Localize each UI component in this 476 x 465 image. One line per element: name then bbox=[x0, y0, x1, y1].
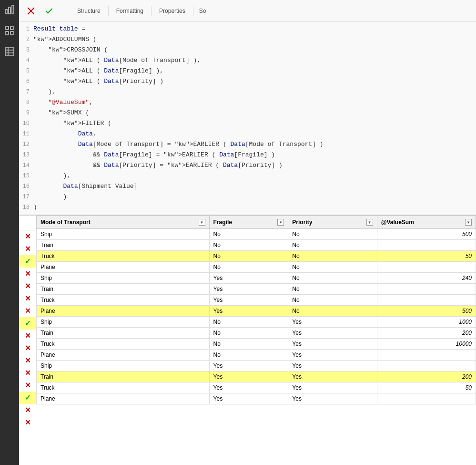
svg-rect-5 bbox=[5, 31, 9, 35]
code-line: 17 ) bbox=[19, 192, 476, 202]
row-status-icon: ✕ bbox=[19, 268, 36, 280]
cell-priority: No bbox=[288, 251, 377, 262]
line-number: 17 bbox=[19, 192, 33, 202]
chart-icon[interactable] bbox=[4, 4, 15, 15]
cell-fragile: Yes bbox=[209, 295, 288, 306]
cell-valuesum bbox=[377, 284, 476, 295]
line-content: "kw">ALL ( Data[Priority] ) bbox=[33, 76, 476, 87]
line-content: ) bbox=[33, 192, 476, 202]
cell-fragile: Yes bbox=[209, 306, 288, 317]
line-number: 1 bbox=[19, 24, 33, 34]
code-line: 16 Data[Shipment Value] bbox=[19, 181, 476, 192]
svg-rect-6 bbox=[10, 31, 14, 35]
cell-priority: No bbox=[288, 240, 377, 251]
cell-fragile: No bbox=[209, 328, 288, 339]
cell-transport: Ship bbox=[37, 229, 210, 240]
row-status-icon: ✕ bbox=[19, 243, 36, 255]
cancel-button[interactable] bbox=[24, 4, 38, 18]
code-editor: 1Result table = 2"kw">ADDCOLUMNS (3 "kw"… bbox=[19, 22, 476, 216]
result-table: Mode of Transport▼Fragile▼Priority▼@Valu… bbox=[36, 216, 476, 404]
x-icon: ✕ bbox=[25, 294, 31, 303]
column-header-priority: Priority▼ bbox=[288, 216, 377, 229]
cell-transport: Train bbox=[37, 240, 210, 251]
cell-transport: Ship bbox=[37, 317, 210, 328]
line-number: 18 bbox=[19, 202, 33, 213]
grid-icon[interactable] bbox=[4, 25, 15, 36]
code-line: 6 "kw">ALL ( Data[Priority] ) bbox=[19, 76, 476, 87]
x-icon: ✕ bbox=[25, 406, 31, 414]
cell-valuesum bbox=[377, 240, 476, 251]
cell-transport: Plane bbox=[37, 393, 210, 404]
tab-formatting[interactable]: Formatting bbox=[109, 6, 152, 16]
tab-structure[interactable]: Structure bbox=[70, 6, 109, 16]
x-icon: ✕ bbox=[25, 356, 31, 365]
code-line: 9 "kw">SUMX ( bbox=[19, 108, 476, 118]
line-number: 9 bbox=[19, 108, 33, 118]
filter-button-priority[interactable]: ▼ bbox=[366, 219, 373, 226]
line-content: Data[Shipment Value] bbox=[33, 181, 476, 192]
svg-rect-2 bbox=[12, 5, 14, 14]
x-icon: ✕ bbox=[25, 232, 31, 241]
code-line: 12 Data[Mode of Transport] = "kw">EARLIE… bbox=[19, 139, 476, 150]
cell-valuesum: 1000 bbox=[377, 317, 476, 328]
row-status-icon: ✕ bbox=[19, 379, 36, 392]
filter-button-transport[interactable]: ▼ bbox=[199, 219, 205, 226]
cell-transport: Train bbox=[37, 284, 210, 295]
code-line: 10 "kw">FILTER ( bbox=[19, 118, 476, 129]
line-number: 6 bbox=[19, 76, 33, 87]
tab-so[interactable]: So bbox=[193, 6, 212, 16]
cell-priority: No bbox=[288, 284, 377, 295]
line-number: 12 bbox=[19, 139, 33, 150]
filter-button-fragile[interactable]: ▼ bbox=[277, 219, 284, 226]
cell-transport: Train bbox=[37, 372, 210, 382]
column-header-label-valuesum: @ValueSum bbox=[381, 219, 414, 226]
x-icon: ✕ bbox=[25, 282, 31, 290]
cell-fragile: No bbox=[209, 339, 288, 350]
line-number: 2 bbox=[19, 34, 33, 45]
cell-valuesum: 240 bbox=[377, 273, 476, 284]
check-icon: ✓ bbox=[25, 393, 31, 402]
check-icon: ✓ bbox=[25, 257, 31, 266]
data-table-wrapper: Mode of Transport▼Fragile▼Priority▼@Valu… bbox=[36, 216, 476, 429]
cell-priority: Yes bbox=[288, 339, 377, 350]
table-row: ShipYesYes bbox=[37, 361, 476, 372]
row-status-icon: ✓ bbox=[19, 392, 36, 404]
cell-fragile: Yes bbox=[209, 273, 288, 284]
line-content: && Data[Fragile] = "kw">EARLIER ( Data[F… bbox=[33, 150, 476, 160]
row-status-icon: ✕ bbox=[19, 280, 36, 292]
code-line: 18) bbox=[19, 202, 476, 213]
line-number: 4 bbox=[19, 55, 33, 66]
line-number: 5 bbox=[19, 66, 33, 76]
cell-valuesum bbox=[377, 295, 476, 306]
line-content: && Data[Priority] = "kw">EARLIER ( Data[… bbox=[33, 160, 476, 171]
tab-properties[interactable]: Properties bbox=[152, 6, 193, 16]
code-line: 1Result table = bbox=[19, 24, 476, 34]
cell-priority: Yes bbox=[288, 372, 377, 382]
cell-priority: No bbox=[288, 306, 377, 317]
cell-valuesum bbox=[377, 262, 476, 273]
table-row: TrainYesNo bbox=[37, 284, 476, 295]
cell-transport: Truck bbox=[37, 382, 210, 393]
table-icon[interactable] bbox=[4, 46, 15, 57]
code-line: 14 && Data[Priority] = "kw">EARLIER ( Da… bbox=[19, 160, 476, 171]
cell-transport: Train bbox=[37, 328, 210, 339]
line-number: 7 bbox=[19, 87, 33, 97]
cell-fragile: No bbox=[209, 229, 288, 240]
table-row: ShipNoYes1000 bbox=[37, 317, 476, 328]
row-status-icon: ✕ bbox=[19, 404, 36, 416]
check-icon: ✓ bbox=[25, 319, 31, 328]
cell-transport: Plane bbox=[37, 306, 210, 317]
table-row: TrainNoYes200 bbox=[37, 328, 476, 339]
cell-valuesum: 200 bbox=[377, 372, 476, 382]
cell-priority: Yes bbox=[288, 382, 377, 393]
cell-priority: Yes bbox=[288, 350, 377, 361]
cell-transport: Plane bbox=[37, 350, 210, 361]
line-content: "@ValueSum", bbox=[33, 97, 476, 108]
confirm-button[interactable] bbox=[42, 4, 56, 18]
row-icon-column: ✕✕✓✕✕✕✕✓✕✕✕✕✕✓✕✕ bbox=[19, 216, 36, 429]
cell-transport: Ship bbox=[37, 361, 210, 372]
svg-rect-0 bbox=[5, 10, 7, 14]
cell-transport: Truck bbox=[37, 339, 210, 350]
code-line: 4 "kw">ALL ( Data[Mode of Transport] ), bbox=[19, 55, 476, 66]
filter-button-valuesum[interactable]: ▼ bbox=[465, 219, 472, 226]
